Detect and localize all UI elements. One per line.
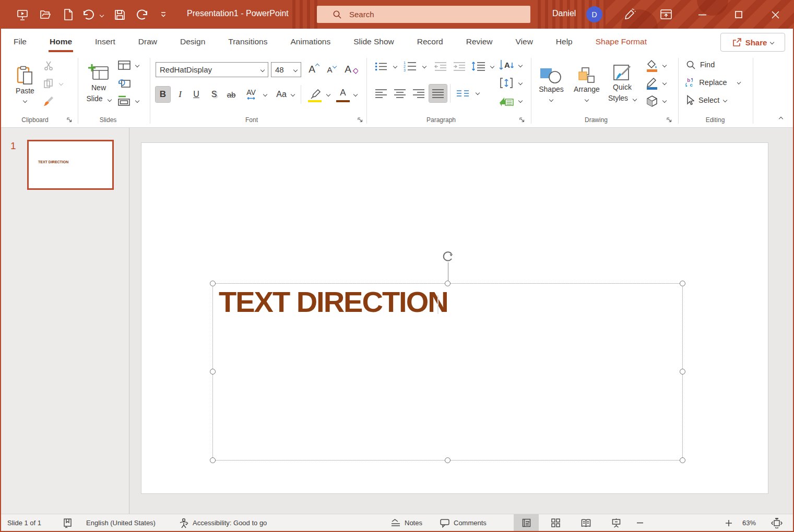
spell-check-button[interactable] [63, 514, 73, 531]
slide-indicator[interactable]: Slide 1 of 1 [7, 514, 41, 531]
grow-font-button[interactable]: A [305, 61, 322, 78]
align-text-button[interactable] [497, 76, 516, 90]
text-direction-dropdown[interactable] [517, 62, 524, 69]
tab-draw[interactable]: Draw [137, 37, 158, 46]
shape-outline-dropdown[interactable] [661, 79, 668, 87]
copy-dropdown[interactable] [57, 80, 65, 87]
selection-handle-sw[interactable] [210, 457, 216, 463]
columns-button[interactable] [454, 86, 472, 101]
columns-dropdown[interactable] [474, 89, 481, 96]
tab-animations[interactable]: Animations [289, 37, 331, 46]
text-direction-button[interactable]: A [497, 58, 516, 72]
align-right-button[interactable] [410, 86, 427, 101]
decrease-indent-button[interactable] [432, 59, 449, 73]
whats-new-icon[interactable] [620, 7, 639, 22]
customize-qat-button[interactable] [158, 9, 169, 20]
selection-handle-se[interactable] [680, 457, 685, 463]
paragraph-dialog-launcher[interactable] [518, 116, 526, 124]
tab-shape-format[interactable]: Shape Format [595, 37, 648, 46]
user-name[interactable]: Daniel [552, 9, 576, 18]
zoom-level[interactable]: 63% [742, 514, 756, 531]
font-name-combo[interactable]: RedHatDisplay [156, 62, 268, 77]
new-file-button[interactable] [61, 7, 76, 22]
selection-handle-ne[interactable] [680, 281, 685, 286]
align-left-button[interactable] [373, 86, 389, 101]
accessibility-checker[interactable]: Accessibility: Good to go [179, 514, 267, 531]
find-button[interactable]: Find [683, 57, 731, 72]
reset-slide-button[interactable] [117, 77, 132, 89]
undo-button[interactable] [79, 7, 97, 22]
select-button[interactable]: Select [683, 93, 735, 107]
fit-slide-to-window-button[interactable] [767, 514, 786, 531]
convert-smartart-dropdown[interactable] [517, 97, 524, 104]
save-button[interactable] [112, 7, 127, 22]
convert-smartart-button[interactable] [497, 93, 516, 108]
paste-button[interactable]: Paste [11, 58, 39, 110]
text-highlight-dropdown[interactable] [325, 91, 332, 98]
shape-outline-button[interactable] [643, 76, 661, 91]
align-center-button[interactable] [392, 86, 408, 101]
change-case-dropdown[interactable] [289, 91, 297, 98]
increase-indent-button[interactable] [451, 59, 468, 73]
bullets-button[interactable] [373, 59, 389, 73]
section-dropdown[interactable] [134, 97, 141, 104]
normal-view-button[interactable] [514, 514, 539, 531]
language-indicator[interactable]: English (United States) [86, 514, 156, 531]
undo-dropdown[interactable] [98, 11, 105, 19]
shrink-font-button[interactable]: A [323, 61, 340, 78]
collapse-ribbon-button[interactable] [775, 114, 787, 124]
tab-view[interactable]: View [515, 37, 534, 46]
tab-help[interactable]: Help [555, 37, 574, 46]
text-highlight-button[interactable] [306, 85, 324, 104]
start-slideshow-button[interactable] [15, 7, 30, 22]
selection-handle-nw[interactable] [210, 281, 216, 286]
tab-transitions[interactable]: Transitions [227, 37, 268, 46]
bold-button[interactable]: B [156, 87, 170, 102]
tab-slide-show[interactable]: Slide Show [352, 37, 395, 46]
shapes-button[interactable]: Shapes [537, 58, 566, 110]
reading-view-button[interactable] [574, 514, 597, 531]
close-button[interactable] [764, 7, 787, 22]
maximize-button[interactable] [727, 7, 750, 22]
change-case-button[interactable]: Aa [272, 87, 290, 102]
section-button[interactable] [117, 94, 132, 107]
tab-design[interactable]: Design [179, 37, 206, 46]
cut-button[interactable] [42, 59, 55, 72]
numbering-button[interactable]: 123 [401, 59, 419, 73]
text-shadow-button[interactable]: S [207, 87, 221, 102]
arrange-button[interactable]: Arrange [571, 58, 602, 110]
slideshow-view-button[interactable] [605, 514, 627, 531]
search-box[interactable]: Search [317, 6, 530, 23]
share-button[interactable]: Share [720, 33, 785, 52]
comments-toggle[interactable]: Comments [440, 514, 487, 531]
shape-effects-button[interactable] [643, 93, 661, 109]
numbering-dropdown[interactable] [421, 63, 428, 70]
align-text-dropdown[interactable] [517, 79, 524, 87]
zoom-out-button[interactable] [635, 514, 645, 531]
copy-button[interactable] [42, 77, 55, 90]
shape-fill-dropdown[interactable] [661, 62, 668, 69]
selection-handle-w[interactable] [210, 369, 216, 374]
open-file-button[interactable] [38, 7, 53, 22]
rotate-handle-icon[interactable] [442, 250, 455, 263]
underline-button[interactable]: U [189, 87, 204, 102]
slide-layout-button[interactable] [117, 59, 132, 71]
line-spacing-button[interactable] [470, 59, 488, 73]
font-size-combo[interactable]: 48 [271, 62, 301, 77]
tab-file[interactable]: File [13, 37, 28, 46]
tab-record[interactable]: Record [416, 37, 444, 46]
shape-effects-dropdown[interactable] [661, 97, 668, 104]
user-avatar[interactable]: D [586, 6, 602, 22]
justify-button[interactable] [429, 84, 447, 102]
selection-handle-s[interactable] [445, 457, 451, 463]
bullets-dropdown[interactable] [392, 63, 399, 70]
tab-review[interactable]: Review [465, 37, 494, 46]
shape-fill-button[interactable] [643, 58, 661, 74]
character-spacing-button[interactable]: AV [242, 85, 260, 103]
strikethrough-button[interactable]: ab [223, 87, 239, 102]
slide-layout-dropdown[interactable] [134, 62, 141, 69]
clear-formatting-button[interactable]: A [342, 61, 361, 78]
new-slide-button[interactable]: New Slide [82, 58, 115, 110]
clipboard-dialog-launcher[interactable] [66, 116, 73, 124]
minimize-button[interactable] [691, 7, 714, 22]
